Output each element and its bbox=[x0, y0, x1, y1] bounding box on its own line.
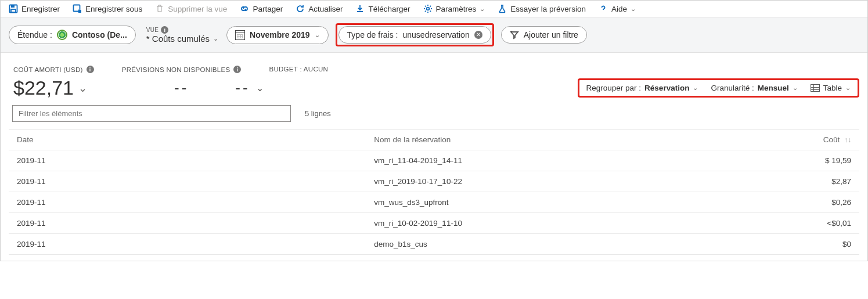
cell-cost: $0 bbox=[723, 234, 859, 255]
svg-rect-1 bbox=[11, 5, 15, 8]
flask-icon bbox=[498, 4, 507, 13]
view-options-group: Regrouper par : Réservation ⌄ Granularit… bbox=[578, 78, 859, 98]
chevron-down-icon: ⌄ bbox=[315, 31, 320, 39]
link-icon bbox=[240, 4, 249, 13]
try-preview-label: Essayer la préversion bbox=[510, 5, 586, 13]
table-body: 2019-11 vm_ri_11-04-2019_14-11 $ 19,59 2… bbox=[9, 150, 859, 255]
command-bar: Enregistrer Enregistrer sous Supprimer l… bbox=[1, 1, 867, 17]
save-as-button[interactable]: Enregistrer sous bbox=[73, 4, 142, 13]
filter-highlight: Type de frais : unusedreservation ✕ bbox=[336, 23, 494, 46]
scope-value: Contoso (De... bbox=[72, 30, 127, 39]
chevron-down-icon: ⌄ bbox=[793, 84, 798, 92]
gear-icon bbox=[423, 4, 433, 13]
cost-analysis-screen: Enregistrer Enregistrer sous Supprimer l… bbox=[0, 0, 868, 261]
table-row[interactable]: 2019-11 vm_ri_10-02-2019_11-10 <$0,01 bbox=[9, 213, 859, 234]
settings-button[interactable]: Paramètres ⌄ bbox=[423, 4, 485, 13]
refresh-button[interactable]: Actualiser bbox=[296, 4, 343, 13]
add-filter-pill[interactable]: Ajouter un filtre bbox=[501, 26, 587, 44]
save-icon bbox=[9, 4, 18, 13]
col-date[interactable]: Date bbox=[9, 129, 366, 150]
save-as-icon bbox=[73, 4, 82, 13]
settings-label: Paramètres bbox=[436, 5, 477, 13]
amortized-cost-label: COÛT AMORTI (USD) i bbox=[13, 66, 94, 73]
cost-table: Date Nom de la réservation Coût ↑↓ 2019-… bbox=[9, 129, 859, 255]
info-icon[interactable]: i bbox=[87, 66, 94, 73]
chevron-down-icon: ⌄ bbox=[256, 82, 264, 93]
share-label: Partager bbox=[253, 5, 283, 13]
cell-date: 2019-11 bbox=[9, 192, 366, 213]
granularity-selector[interactable]: Granularité : Mensuel ⌄ bbox=[711, 84, 797, 92]
budget-label: BUDGET : AUCUN bbox=[269, 66, 328, 73]
share-button[interactable]: Partager bbox=[240, 4, 283, 13]
add-filter-icon bbox=[510, 30, 519, 39]
table-filter-row: 5 lignes bbox=[1, 99, 867, 129]
chevron-down-icon: ⌄ bbox=[78, 82, 87, 95]
cell-date: 2019-11 bbox=[9, 150, 366, 171]
chevron-down-icon: ⌄ bbox=[631, 5, 636, 13]
table-row[interactable]: 2019-11 vm_ri_11-04-2019_14-11 $ 19,59 bbox=[9, 150, 859, 171]
amortized-cost-value[interactable]: $22,71 ⌄ bbox=[13, 77, 87, 99]
forecast-label: PRÉVISIONS NON DISPONIBLES i bbox=[122, 66, 242, 73]
col-reservation-name[interactable]: Nom de la réservation bbox=[366, 129, 723, 150]
cell-cost: $0,26 bbox=[723, 192, 859, 213]
filter-bar: Étendue : Contoso (De... VUE i * Coûts c… bbox=[1, 17, 867, 53]
view-value: * Coûts cumulés bbox=[146, 34, 210, 44]
add-filter-label: Ajouter un filtre bbox=[524, 30, 578, 39]
row-count: 5 lignes bbox=[305, 109, 331, 118]
filter-items-input[interactable] bbox=[12, 105, 291, 122]
help-label: Aide bbox=[611, 5, 627, 13]
scope-pill[interactable]: Étendue : Contoso (De... bbox=[9, 26, 136, 44]
trash-icon bbox=[155, 4, 164, 13]
try-preview-button[interactable]: Essayer la préversion bbox=[498, 4, 586, 13]
cell-name: vm_ri_11-04-2019_14-11 bbox=[366, 150, 723, 171]
metric-values-row: $22,71 ⌄ -- -- ⌄ Regrouper par : Réserva… bbox=[1, 77, 867, 99]
cell-date: 2019-11 bbox=[9, 171, 366, 192]
cell-name: vm_ri_2019-10-17_10-22 bbox=[366, 171, 723, 192]
help-button[interactable]: Aide ⌄ bbox=[599, 4, 636, 13]
info-icon[interactable]: i bbox=[233, 66, 241, 73]
cell-date: 2019-11 bbox=[9, 234, 366, 255]
date-range-pill[interactable]: Novembre 2019 ⌄ bbox=[226, 26, 329, 44]
col-cost[interactable]: Coût ↑↓ bbox=[723, 129, 859, 150]
cell-cost: $ 19,59 bbox=[723, 150, 859, 171]
charge-type-label: Type de frais : bbox=[347, 30, 398, 39]
info-icon: i bbox=[161, 26, 168, 34]
save-label: Enregistrer bbox=[21, 5, 60, 13]
remove-filter-icon[interactable]: ✕ bbox=[474, 31, 482, 39]
cell-name: demo_b1s_cus bbox=[366, 234, 723, 255]
svg-rect-2 bbox=[11, 9, 16, 12]
chevron-down-icon: ⌄ bbox=[845, 84, 851, 92]
cell-name: vm_ri_10-02-2019_11-10 bbox=[366, 213, 723, 234]
help-icon bbox=[599, 4, 608, 13]
save-as-label: Enregistrer sous bbox=[85, 5, 142, 13]
charge-type-value: unusedreservation bbox=[403, 30, 470, 39]
chevron-down-icon: ⌄ bbox=[693, 84, 698, 92]
chevron-down-icon: ⌄ bbox=[213, 35, 218, 42]
sort-icon: ↑↓ bbox=[844, 136, 851, 144]
group-by-selector[interactable]: Regrouper par : Réservation ⌄ bbox=[586, 84, 698, 92]
table-header-row: Date Nom de la réservation Coût ↑↓ bbox=[9, 129, 859, 150]
save-button[interactable]: Enregistrer bbox=[9, 4, 60, 13]
download-icon bbox=[355, 4, 365, 13]
calendar-icon bbox=[235, 30, 245, 40]
download-button[interactable]: Télécharger bbox=[355, 4, 410, 13]
cell-name: vm_wus_ds3_upfront bbox=[366, 192, 723, 213]
scope-label: Étendue : bbox=[17, 30, 52, 39]
table-row[interactable]: 2019-11 vm_ri_2019-10-17_10-22 $2,87 bbox=[9, 171, 859, 192]
budget-value[interactable]: -- ⌄ bbox=[235, 79, 263, 97]
refresh-icon bbox=[296, 4, 305, 13]
forecast-value: -- bbox=[174, 79, 189, 97]
table-row[interactable]: 2019-11 demo_b1s_cus $0 bbox=[9, 234, 859, 255]
org-icon bbox=[57, 30, 67, 40]
view-mode-selector[interactable]: Table ⌄ bbox=[811, 84, 851, 92]
table-row[interactable]: 2019-11 vm_wus_ds3_upfront $0,26 bbox=[9, 192, 859, 213]
download-label: Télécharger bbox=[368, 5, 410, 13]
view-selector[interactable]: VUE i * Coûts cumulés ⌄ bbox=[146, 26, 218, 44]
view-caption: VUE bbox=[146, 27, 159, 33]
charge-type-filter-pill[interactable]: Type de frais : unusedreservation ✕ bbox=[338, 26, 491, 44]
date-value: Novembre 2019 bbox=[250, 30, 310, 39]
cell-cost: $2,87 bbox=[723, 171, 859, 192]
metric-labels-row: COÛT AMORTI (USD) i PRÉVISIONS NON DISPO… bbox=[1, 53, 867, 77]
chevron-down-icon: ⌄ bbox=[480, 5, 485, 13]
svg-point-4 bbox=[426, 8, 429, 10]
